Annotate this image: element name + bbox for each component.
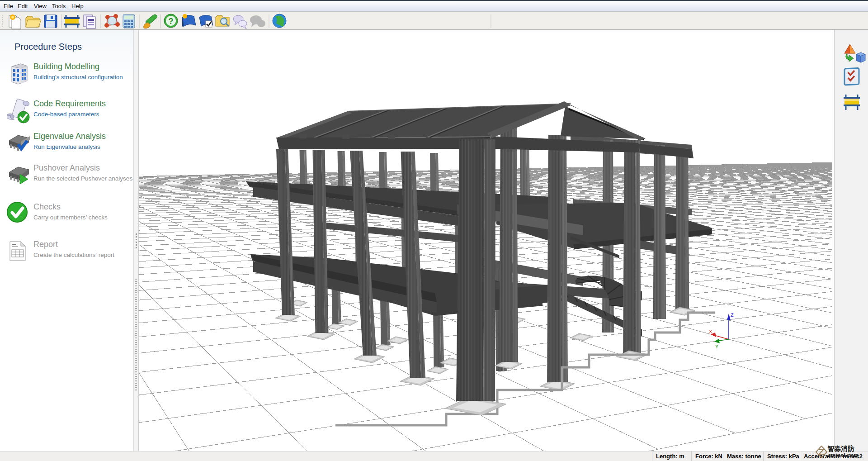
- svg-text:Z: Z: [731, 312, 734, 318]
- svg-text:Y: Y: [715, 344, 719, 349]
- svg-text:?: ?: [169, 17, 174, 26]
- svg-text:X: X: [709, 329, 712, 334]
